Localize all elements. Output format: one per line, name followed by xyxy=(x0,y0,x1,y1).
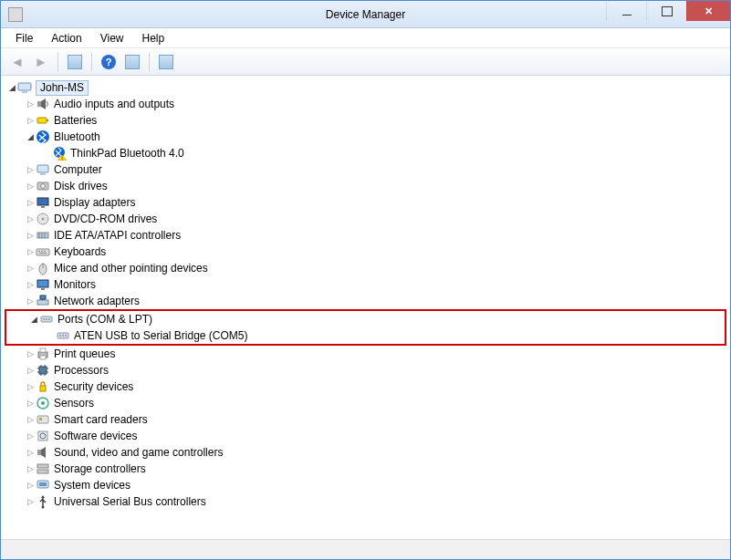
tree-item-label: Bluetooth xyxy=(54,129,100,145)
svg-point-37 xyxy=(48,318,50,320)
tree-category[interactable]: ▷ Processors xyxy=(3,362,728,379)
ide-icon xyxy=(36,228,50,243)
expander-icon[interactable]: ▷ xyxy=(25,276,36,293)
properties-button[interactable] xyxy=(121,51,143,73)
tree-category[interactable]: ▷ Storage controllers xyxy=(3,461,728,477)
tree-category[interactable]: ▷ Computer xyxy=(3,161,728,178)
window: Device Manager File Action View Help ◄ ►… xyxy=(0,0,731,560)
tree-item-label: Storage controllers xyxy=(54,461,146,477)
svg-rect-58 xyxy=(39,418,42,420)
tree-category[interactable]: ▷ Print queues xyxy=(3,346,728,362)
port-icon xyxy=(56,328,70,343)
svg-point-13 xyxy=(41,184,46,189)
tree-category[interactable]: ▷ Sensors xyxy=(3,395,728,411)
expander-icon[interactable]: ▷ xyxy=(25,493,36,510)
tree-category[interactable]: ▷ Display adapters xyxy=(3,194,728,211)
minimize-button[interactable] xyxy=(606,1,646,21)
expander-icon[interactable]: ▷ xyxy=(25,211,36,227)
svg-rect-30 xyxy=(41,288,45,290)
svg-point-40 xyxy=(62,335,64,337)
tree-category[interactable]: ▷ Network adapters xyxy=(3,293,728,309)
tree-device[interactable]: ATEN USB to Serial Bridge (COM5) xyxy=(6,327,725,344)
expander-icon[interactable]: ▷ xyxy=(25,96,36,112)
properties-icon xyxy=(125,55,140,69)
tree-category[interactable]: ▷ Smart card readers xyxy=(3,411,728,428)
tree-category[interactable]: ◢ Bluetooth xyxy=(3,129,728,145)
svg-rect-22 xyxy=(37,249,49,255)
expander-icon[interactable]: ◢ xyxy=(6,79,17,96)
expander-icon[interactable]: ▷ xyxy=(25,346,36,362)
expander-icon[interactable]: ▷ xyxy=(25,161,36,178)
menu-action[interactable]: Action xyxy=(42,30,90,47)
show-hidden-button[interactable] xyxy=(64,51,86,73)
tree-root-label: John-MS xyxy=(36,80,89,96)
tree-category[interactable]: ◢ Ports (COM & LPT) xyxy=(6,311,725,327)
tree-category[interactable]: ▷ Batteries xyxy=(3,112,728,129)
display-icon xyxy=(36,195,50,210)
svg-rect-54 xyxy=(40,386,46,391)
svg-rect-64 xyxy=(37,470,48,473)
expander-icon[interactable]: ▷ xyxy=(25,112,36,129)
expander-icon[interactable]: ◢ xyxy=(28,311,39,327)
svg-rect-44 xyxy=(40,356,46,359)
expander-icon[interactable]: ▷ xyxy=(25,477,36,493)
arrow-right-icon: ► xyxy=(35,54,48,69)
scan-button[interactable] xyxy=(155,51,177,73)
tree-item-label: Monitors xyxy=(54,276,96,293)
tree-category[interactable]: ▷ DVD/CD-ROM drives xyxy=(3,211,728,227)
tree-item-label: ATEN USB to Serial Bridge (COM5) xyxy=(74,327,248,344)
tree-category[interactable]: ▷ Keyboards xyxy=(3,244,728,260)
close-button[interactable] xyxy=(686,1,730,21)
help-button[interactable]: ? xyxy=(98,51,120,73)
smartcard-icon xyxy=(36,412,50,427)
bluetooth-icon xyxy=(36,130,50,144)
tree-item-label: Processors xyxy=(54,362,109,379)
menu-view[interactable]: View xyxy=(91,30,133,47)
tree-category[interactable]: ▷ IDE ATA/ATAPI controllers xyxy=(3,227,728,244)
expander-icon[interactable]: ▷ xyxy=(25,395,36,411)
system-icon xyxy=(36,478,50,493)
expander-icon[interactable]: ▷ xyxy=(25,379,36,395)
expander-icon[interactable]: ▷ xyxy=(25,244,36,260)
tree-root[interactable]: ◢ John-MS xyxy=(3,79,728,96)
tree-device[interactable]: ! ThinkPad Bluetooth 4.0 xyxy=(3,145,728,161)
expander-icon[interactable]: ◢ xyxy=(25,129,36,145)
tree-item-label: Ports (COM & LPT) xyxy=(57,311,152,327)
expander-icon[interactable]: ▷ xyxy=(25,293,36,309)
tree-category[interactable]: ▷ Universal Serial Bus controllers xyxy=(3,493,728,510)
tree-category[interactable]: ▷ Sound, video and game controllers xyxy=(3,444,728,461)
content-area: ◢ John-MS ▷ Audio inputs and outputs ▷ B… xyxy=(1,76,730,539)
tree-category[interactable]: ▷ Audio inputs and outputs xyxy=(3,96,728,112)
expander-icon[interactable]: ▷ xyxy=(25,444,36,461)
menu-help[interactable]: Help xyxy=(133,30,174,47)
expander-icon[interactable]: ▷ xyxy=(25,428,36,444)
tree-category[interactable]: ▷ Mice and other pointing devices xyxy=(3,260,728,276)
device-tree[interactable]: ◢ John-MS ▷ Audio inputs and outputs ▷ B… xyxy=(1,76,730,539)
tree-category[interactable]: ▷ System devices xyxy=(3,477,728,493)
tree-item-label: Display adapters xyxy=(54,194,135,211)
tree-item-label: Print queues xyxy=(54,346,115,362)
svg-rect-45 xyxy=(39,367,47,374)
forward-button[interactable]: ► xyxy=(30,51,52,73)
svg-rect-43 xyxy=(40,348,46,352)
tree-category[interactable]: ▷ Disk drives xyxy=(3,178,728,194)
back-button[interactable]: ◄ xyxy=(6,51,28,73)
monitor-icon xyxy=(36,277,50,292)
tree-category[interactable]: ▷ Software devices xyxy=(3,428,728,444)
svg-rect-29 xyxy=(37,280,48,287)
menu-file[interactable]: File xyxy=(6,30,42,47)
svg-point-41 xyxy=(65,335,67,337)
maximize-button[interactable] xyxy=(646,1,686,21)
expander-icon[interactable]: ▷ xyxy=(25,260,36,276)
expander-icon[interactable]: ▷ xyxy=(25,411,36,428)
tree-category[interactable]: ▷ Security devices xyxy=(3,379,728,395)
expander-icon[interactable]: ▷ xyxy=(25,178,36,194)
expander-icon[interactable]: ▷ xyxy=(25,362,36,379)
expander-icon[interactable]: ▷ xyxy=(25,461,36,477)
expander-icon[interactable]: ▷ xyxy=(25,227,36,244)
storage-icon xyxy=(36,461,50,476)
tree-item-label: Software devices xyxy=(54,428,137,444)
help-icon: ? xyxy=(101,55,116,69)
tree-category[interactable]: ▷ Monitors xyxy=(3,276,728,293)
expander-icon[interactable]: ▷ xyxy=(25,194,36,211)
